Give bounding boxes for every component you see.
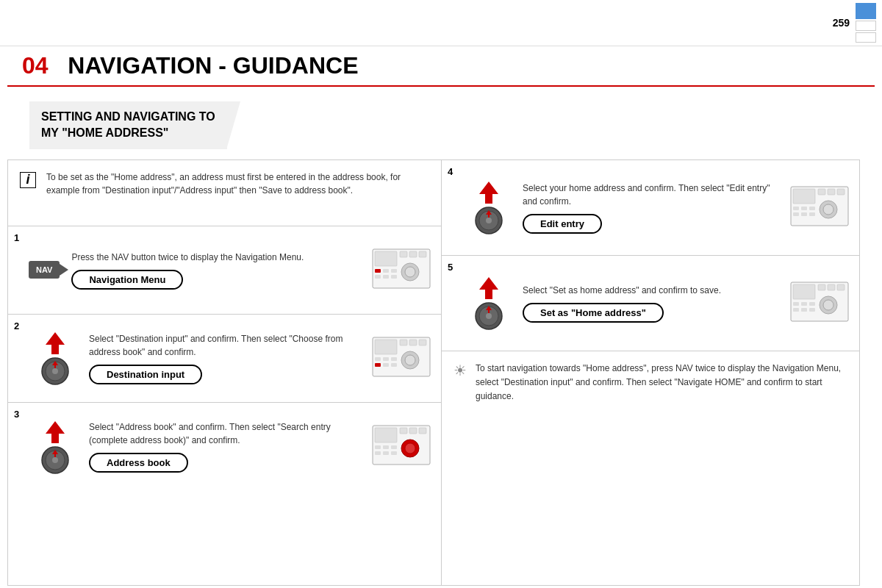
svg-point-38 — [405, 443, 415, 453]
blue-square — [856, 3, 876, 19]
step-5-row: 5 Select "Set as home address" and confi… — [442, 256, 859, 351]
svg-rect-60 — [809, 212, 815, 216]
step-4-text-area: Select your home address and confirm. Th… — [515, 182, 790, 234]
step-4-number: 4 — [448, 166, 453, 177]
step-5-content: Select "Set as home address" and confirm… — [462, 273, 849, 332]
step-5-text: Select "Set as home address" and confirm… — [523, 284, 721, 297]
right-note-text: To start navigation towards "Home addres… — [476, 362, 847, 404]
destination-input-button[interactable]: Destination input — [89, 365, 202, 384]
step-3-text-area: Select "Address book" and confirm. Then … — [82, 420, 372, 473]
svg-rect-42 — [383, 451, 389, 455]
svg-rect-36 — [419, 428, 426, 434]
radio-img-3 — [372, 425, 431, 468]
svg-rect-33 — [375, 428, 397, 442]
step-1-text: Press the NAV button twice to display th… — [71, 251, 304, 264]
svg-rect-39 — [375, 445, 381, 449]
svg-rect-40 — [383, 445, 389, 449]
svg-point-63 — [486, 313, 492, 319]
step-3-number: 3 — [14, 409, 19, 420]
address-book-button[interactable]: Address book — [89, 453, 188, 473]
svg-rect-18 — [400, 340, 407, 345]
chapter-title: 04 NAVIGATION - GUIDANCE — [22, 52, 359, 79]
step-2-row: 2 Select "Destination input" a — [8, 315, 441, 403]
info-note-text: To be set as the "Home address", an addr… — [46, 171, 429, 197]
white-square-2 — [856, 32, 876, 43]
step-2-content: Select "Destination input" and confirm. … — [29, 329, 431, 387]
svg-rect-52 — [837, 189, 845, 195]
svg-point-22 — [405, 355, 415, 365]
svg-rect-41 — [375, 451, 381, 455]
svg-rect-65 — [793, 284, 815, 299]
svg-rect-11 — [391, 269, 397, 273]
chapter-title-text: NAVIGATION - GUIDANCE — [68, 52, 358, 79]
radio-img-4 — [790, 186, 849, 229]
chapter-header: 04 NAVIGATION - GUIDANCE — [7, 46, 875, 87]
step-2-text-area: Select "Destination input" and confirm. … — [82, 332, 372, 384]
step-4-knob — [462, 178, 515, 237]
edit-entry-button[interactable]: Edit entry — [523, 214, 602, 234]
svg-rect-23 — [375, 357, 381, 361]
sun-icon: ☀ — [453, 362, 467, 379]
right-note-row: ☀ To start navigation towards "Home addr… — [442, 351, 859, 415]
right-column: 4 Select your home address and confirm. … — [441, 159, 860, 586]
svg-rect-75 — [809, 302, 815, 306]
svg-rect-50 — [818, 189, 825, 195]
svg-rect-55 — [793, 207, 799, 210]
white-square-1 — [856, 21, 876, 31]
svg-rect-58 — [801, 212, 807, 216]
svg-point-15 — [52, 368, 58, 374]
svg-rect-20 — [419, 340, 426, 345]
step-2-text: Select "Destination input" and confirm. … — [89, 332, 365, 359]
svg-point-47 — [486, 218, 492, 223]
svg-rect-19 — [409, 340, 417, 345]
section-wrapper: SETTING AND NAVIGATING TOMY "HOME ADDRES… — [15, 94, 867, 155]
step-5-number: 5 — [448, 262, 453, 273]
radio-img-5 — [790, 282, 849, 325]
radio-img-2 — [372, 337, 431, 380]
step-5-text-area: Select "Set as home address" and confirm… — [515, 284, 790, 323]
step-1-content: NAV Press the NAV button twice to displa… — [29, 248, 431, 292]
navigation-menu-button[interactable]: Navigation Menu — [71, 270, 183, 290]
svg-rect-28 — [391, 363, 397, 367]
svg-rect-73 — [793, 308, 799, 312]
svg-rect-59 — [809, 207, 815, 210]
step-3-knob — [29, 417, 82, 476]
svg-rect-74 — [801, 308, 807, 312]
svg-rect-51 — [828, 189, 835, 195]
main-content: i To be set as the "Home address", an ad… — [7, 159, 875, 586]
svg-rect-66 — [818, 284, 825, 290]
svg-rect-4 — [419, 251, 426, 257]
svg-rect-71 — [793, 302, 799, 306]
svg-rect-17 — [375, 340, 397, 354]
section-title: SETTING AND NAVIGATING TOMY "HOME ADDRES… — [41, 109, 215, 142]
nav-button-label: NAV — [29, 261, 60, 279]
svg-rect-26 — [383, 363, 389, 367]
svg-rect-27 — [391, 357, 397, 361]
svg-rect-12 — [391, 275, 397, 279]
section-box: SETTING AND NAVIGATING TOMY "HOME ADDRES… — [29, 101, 227, 149]
svg-rect-34 — [400, 428, 407, 434]
svg-rect-67 — [828, 284, 835, 290]
step-5-knob — [462, 273, 515, 332]
step-4-row: 4 Select your home address and confirm. … — [442, 160, 859, 256]
svg-rect-10 — [383, 275, 389, 279]
svg-rect-2 — [400, 251, 407, 257]
step-3-content: Select "Address book" and confirm. Then … — [29, 417, 431, 476]
svg-rect-25 — [375, 363, 381, 367]
svg-rect-1 — [375, 251, 397, 266]
info-icon: i — [20, 172, 36, 188]
svg-point-70 — [823, 300, 833, 310]
set-home-address-button[interactable]: Set as "Home address" — [523, 303, 664, 323]
page-number: 259 — [833, 17, 850, 29]
svg-point-31 — [52, 457, 58, 463]
left-column: i To be set as the "Home address", an ad… — [7, 159, 441, 586]
svg-rect-57 — [793, 212, 799, 216]
svg-rect-3 — [409, 251, 417, 257]
step-1-number: 1 — [14, 232, 19, 243]
radio-img-1 — [372, 248, 431, 292]
svg-rect-44 — [391, 451, 397, 455]
svg-point-54 — [823, 204, 833, 215]
step-3-row: 3 Select "Address book" and confirm. The… — [8, 403, 441, 491]
svg-rect-35 — [409, 428, 417, 434]
svg-rect-9 — [375, 275, 381, 279]
